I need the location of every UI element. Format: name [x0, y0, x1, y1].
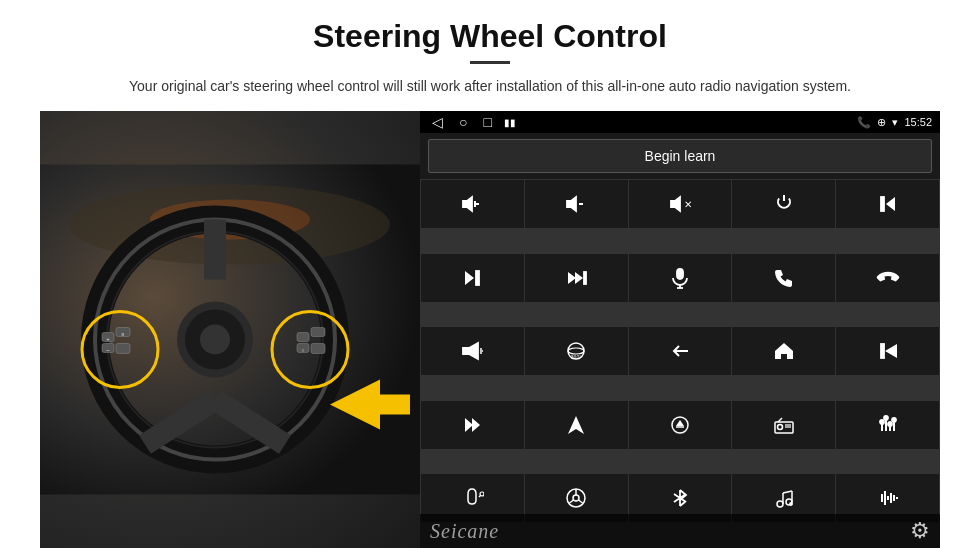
- svg-marker-36: [465, 271, 474, 285]
- svg-marker-27: [463, 197, 472, 211]
- svg-point-82: [790, 503, 792, 505]
- svg-marker-30: [567, 197, 576, 211]
- seicane-logo: Seicane: [430, 520, 499, 543]
- svg-line-81: [783, 491, 792, 493]
- status-bar-left: ◁ ○ □ ▮▮: [428, 114, 516, 130]
- hang-up-button[interactable]: [836, 254, 939, 302]
- svg-point-67: [880, 420, 884, 424]
- phone-call-button[interactable]: [732, 254, 835, 302]
- bottom-bar: Seicane ⚙: [420, 514, 940, 548]
- svg-rect-41: [677, 269, 683, 279]
- svg-marker-53: [472, 418, 480, 432]
- svg-marker-52: [465, 418, 473, 432]
- equalizer-button[interactable]: [836, 401, 939, 449]
- begin-learn-button[interactable]: Begin learn: [428, 139, 932, 173]
- eject-button[interactable]: [629, 401, 732, 449]
- svg-point-71: [480, 492, 484, 496]
- svg-rect-25: [311, 344, 325, 354]
- svg-line-75: [570, 500, 574, 503]
- svg-point-68: [884, 416, 888, 420]
- svg-marker-51: [885, 344, 897, 358]
- phone-status-icon: 📞: [857, 116, 871, 129]
- microphone-button[interactable]: [629, 254, 732, 302]
- status-bar-right: 📞 ⊕ ▾ 15:52: [857, 116, 932, 129]
- location-icon: ⊕: [877, 116, 886, 129]
- svg-rect-37: [476, 271, 479, 285]
- svg-point-70: [892, 418, 896, 422]
- svg-rect-22: [311, 328, 325, 337]
- svg-marker-32: [671, 197, 680, 211]
- 360cam-button[interactable]: 360°: [525, 327, 628, 375]
- steering-wheel-bg: + ≡ − ○: [40, 111, 420, 548]
- svg-point-11: [200, 325, 230, 355]
- svg-rect-40: [584, 272, 586, 284]
- horn-button[interactable]: [421, 327, 524, 375]
- nav-back-btn[interactable]: ◁: [428, 114, 447, 130]
- svg-rect-19: [116, 344, 130, 354]
- svg-rect-50: [881, 344, 884, 358]
- page-wrapper: Steering Wheel Control Your original car…: [0, 0, 980, 548]
- page-title: Steering Wheel Control: [313, 18, 667, 55]
- mute-button[interactable]: ✕: [629, 180, 732, 228]
- svg-marker-54: [568, 416, 584, 434]
- nav-home-btn[interactable]: ○: [455, 114, 471, 130]
- icon-grid: ✕: [420, 179, 940, 548]
- svg-rect-35: [881, 197, 884, 211]
- wifi-icon: ▾: [892, 116, 898, 129]
- settings-gear-icon[interactable]: ⚙: [910, 518, 930, 544]
- svg-text:✕: ✕: [684, 199, 692, 210]
- next-track-button[interactable]: [421, 254, 524, 302]
- svg-text:−: −: [106, 347, 110, 353]
- vol-up-button[interactable]: [421, 180, 524, 228]
- svg-line-76: [579, 500, 583, 503]
- title-divider: [470, 61, 510, 64]
- signal-bars: ▮▮: [504, 117, 516, 128]
- svg-rect-21: [297, 333, 309, 342]
- fast-fwd-button[interactable]: [421, 401, 524, 449]
- back-button[interactable]: [629, 327, 732, 375]
- svg-point-69: [888, 422, 892, 426]
- svg-marker-57: [676, 420, 684, 426]
- svg-marker-34: [886, 197, 895, 211]
- radio-button[interactable]: [732, 401, 835, 449]
- fast-forward-skip-button[interactable]: [525, 254, 628, 302]
- right-panel: ◁ ○ □ ▮▮ 📞 ⊕ ▾ 15:52 Begin learn: [420, 111, 940, 548]
- svg-point-59: [777, 424, 782, 429]
- status-time: 15:52: [904, 116, 932, 128]
- svg-text:+: +: [106, 336, 110, 342]
- svg-text:360°: 360°: [571, 354, 581, 360]
- svg-text:○: ○: [301, 347, 304, 353]
- home-button[interactable]: [732, 327, 835, 375]
- power-button[interactable]: [732, 180, 835, 228]
- navigation-button[interactable]: [525, 401, 628, 449]
- left-panel: + ≡ − ○: [40, 111, 420, 548]
- begin-learn-row: Begin learn: [420, 133, 940, 179]
- svg-marker-39: [575, 272, 583, 284]
- nav-recent-btn[interactable]: □: [479, 114, 495, 130]
- svg-point-77: [777, 501, 783, 507]
- skip-prev-button[interactable]: [836, 327, 939, 375]
- page-subtitle: Your original car's steering wheel contr…: [129, 76, 851, 97]
- svg-point-73: [573, 495, 579, 501]
- prev-track-button[interactable]: [836, 180, 939, 228]
- content-row: + ≡ − ○: [40, 111, 940, 548]
- vol-down-button[interactable]: [525, 180, 628, 228]
- svg-text:≡: ≡: [122, 331, 125, 337]
- svg-marker-38: [568, 272, 576, 284]
- status-bar: ◁ ○ □ ▮▮ 📞 ⊕ ▾ 15:52: [420, 111, 940, 133]
